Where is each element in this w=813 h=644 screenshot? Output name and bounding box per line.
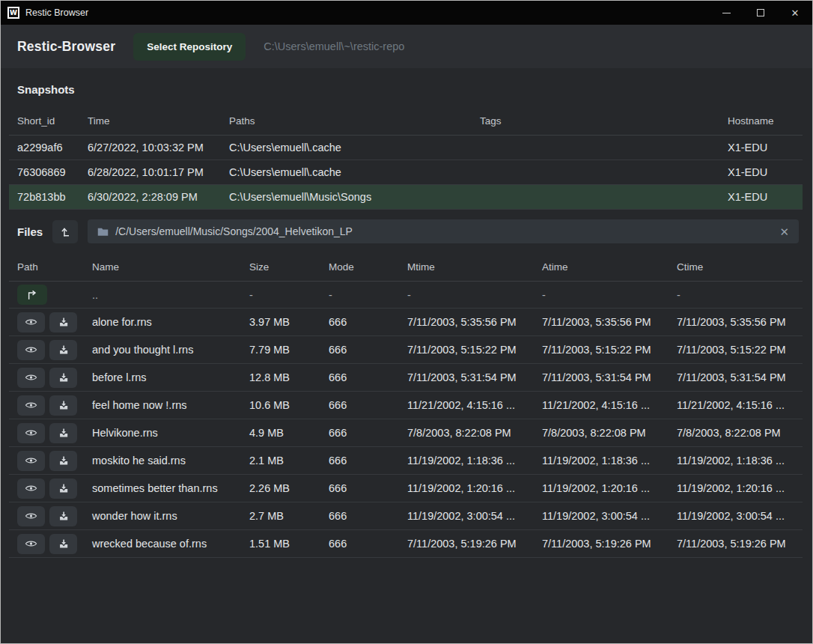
cell-time: 6/30/2022, 2:28:09 PM	[79, 191, 221, 203]
view-file-button[interactable]	[17, 534, 45, 554]
cell-hostname: X1-EDU	[719, 142, 803, 154]
view-file-button[interactable]	[17, 423, 45, 443]
cell-mtime: 11/19/2002, 1:20:16 ...	[399, 482, 534, 494]
snapshot-row-selected[interactable]: 72b813bb 6/30/2022, 2:28:09 PM C:\Users\…	[9, 185, 803, 210]
col-mode: Mode	[320, 261, 399, 273]
download-file-button[interactable]	[49, 368, 77, 388]
file-row: before l.rns 12.8 MB 666 7/11/2003, 5:31…	[9, 364, 803, 392]
up-level-icon	[60, 226, 71, 237]
file-row: sometimes better than.rns 2.26 MB 666 11…	[9, 475, 803, 502]
files-section-title: Files	[17, 225, 43, 238]
cell-mode: 666	[320, 510, 399, 522]
cell-time: 6/27/2022, 10:03:32 PM	[79, 142, 221, 154]
cell-name: and you thought l.rns	[84, 344, 241, 356]
select-repository-button[interactable]: Select Repository	[133, 33, 246, 61]
download-icon	[58, 317, 69, 327]
cell-atime: -	[534, 289, 669, 301]
col-short-id: Short_id	[9, 115, 79, 127]
snapshots-section-title: Snapshots	[1, 68, 812, 107]
file-row: wrecked because of.rns 1.51 MB 666 7/11/…	[9, 530, 803, 558]
cell-ctime: 7/11/2003, 5:15:22 PM	[669, 344, 803, 356]
cell-mode: 666	[320, 399, 399, 411]
go-parent-directory-button[interactable]	[17, 285, 47, 305]
cell-ctime: 7/11/2003, 5:19:26 PM	[669, 538, 803, 550]
repository-path-input[interactable]: C:\Users\emuell\~\restic-repo	[264, 40, 404, 52]
view-file-button[interactable]	[17, 451, 45, 471]
files-path-input[interactable]: /C/Users/emuell/Music/Songs/2004_Helveti…	[88, 219, 799, 243]
download-file-button[interactable]	[49, 395, 77, 416]
col-atime: Atime	[534, 261, 669, 273]
close-button[interactable]: ✕	[778, 1, 812, 25]
download-file-button[interactable]	[49, 312, 77, 332]
view-file-button[interactable]	[17, 479, 45, 499]
files-bar: Files /C/Users/emuell/Music/Songs/2004_H…	[1, 210, 812, 253]
cell-atime: 11/19/2002, 3:00:54 ...	[534, 510, 669, 522]
cell-size: 12.8 MB	[241, 371, 320, 383]
cell-ctime: 11/19/2002, 3:00:54 ...	[669, 510, 803, 522]
col-size: Size	[241, 261, 320, 273]
eye-icon	[25, 345, 37, 354]
cell-size: 2.1 MB	[241, 455, 320, 467]
view-file-button[interactable]	[17, 368, 45, 388]
download-file-button[interactable]	[49, 506, 77, 526]
cell-mtime: 7/11/2003, 5:15:22 PM	[399, 344, 534, 356]
col-ctime: Ctime	[669, 261, 803, 273]
cell-atime: 11/19/2002, 1:20:16 ...	[534, 482, 669, 494]
cell-hostname: X1-EDU	[719, 166, 803, 178]
download-icon	[58, 428, 69, 438]
cell-name: ..	[84, 289, 241, 301]
snapshot-row[interactable]: a2299af6 6/27/2022, 10:03:32 PM C:\Users…	[9, 136, 803, 160]
file-row: and you thought l.rns 7.79 MB 666 7/11/2…	[9, 336, 803, 364]
view-file-button[interactable]	[17, 506, 45, 526]
cell-name: before l.rns	[84, 371, 241, 383]
cell-mtime: 11/19/2002, 1:18:36 ...	[399, 455, 534, 467]
eye-icon	[25, 484, 37, 493]
files-table-header: Path Name Size Mode Mtime Atime Ctime	[9, 253, 803, 282]
cell-mtime: 7/11/2003, 5:31:54 PM	[399, 371, 534, 383]
download-file-button[interactable]	[49, 479, 77, 499]
maximize-button[interactable]	[743, 1, 778, 25]
snapshot-row[interactable]: 76306869 6/28/2022, 10:01:17 PM C:\Users…	[9, 160, 803, 185]
col-paths: Paths	[221, 115, 472, 127]
minimize-button[interactable]	[709, 1, 743, 25]
cell-ctime: 7/11/2003, 5:35:56 PM	[669, 316, 803, 328]
wails-logo-icon: W	[7, 7, 19, 19]
up-one-level-button[interactable]	[52, 220, 78, 243]
parent-directory-row: .. - - - - -	[9, 282, 803, 309]
view-file-button[interactable]	[17, 340, 45, 360]
file-row: wonder how it.rns 2.7 MB 666 11/19/2002,…	[9, 502, 803, 530]
window-title: Restic Browser	[25, 7, 88, 18]
download-file-button[interactable]	[49, 451, 77, 471]
files-path-text: /C/Users/emuell/Music/Songs/2004_Helveti…	[115, 225, 773, 237]
cell-atime: 11/19/2002, 1:18:36 ...	[534, 455, 669, 467]
cell-mode: 666	[320, 316, 399, 328]
download-file-button[interactable]	[49, 534, 77, 554]
eye-icon	[25, 373, 37, 382]
cell-mtime: 7/11/2003, 5:19:26 PM	[399, 538, 534, 550]
cell-mode: 666	[320, 371, 399, 383]
cell-mode: 666	[320, 427, 399, 439]
cell-hostname: X1-EDU	[719, 191, 803, 203]
cell-ctime: 11/19/2002, 1:20:16 ...	[669, 482, 803, 494]
parent-dir-icon	[26, 290, 38, 300]
cell-size: 2.7 MB	[241, 510, 320, 522]
cell-size: 10.6 MB	[241, 399, 320, 411]
cell-atime: 11/21/2002, 4:15:16 ...	[534, 399, 669, 411]
download-icon	[58, 455, 69, 466]
cell-name: alone for.rns	[84, 316, 241, 328]
cell-atime: 7/11/2003, 5:19:26 PM	[534, 538, 669, 550]
download-icon	[58, 483, 69, 493]
cell-atime: 7/11/2003, 5:35:56 PM	[534, 316, 669, 328]
view-file-button[interactable]	[17, 312, 45, 332]
download-icon	[58, 538, 69, 549]
file-row: feel home now !.rns 10.6 MB 666 11/21/20…	[9, 392, 803, 419]
cell-mtime: 7/8/2003, 8:22:08 PM	[399, 427, 534, 439]
download-file-button[interactable]	[49, 423, 77, 443]
close-icon: ✕	[791, 7, 800, 19]
clear-path-icon[interactable]: ✕	[779, 226, 789, 237]
download-file-button[interactable]	[49, 340, 77, 360]
col-hostname: Hostname	[719, 115, 803, 127]
cell-paths: C:\Users\emuell\Music\Songs	[221, 191, 472, 203]
cell-size: 2.26 MB	[241, 482, 320, 494]
view-file-button[interactable]	[17, 395, 45, 416]
